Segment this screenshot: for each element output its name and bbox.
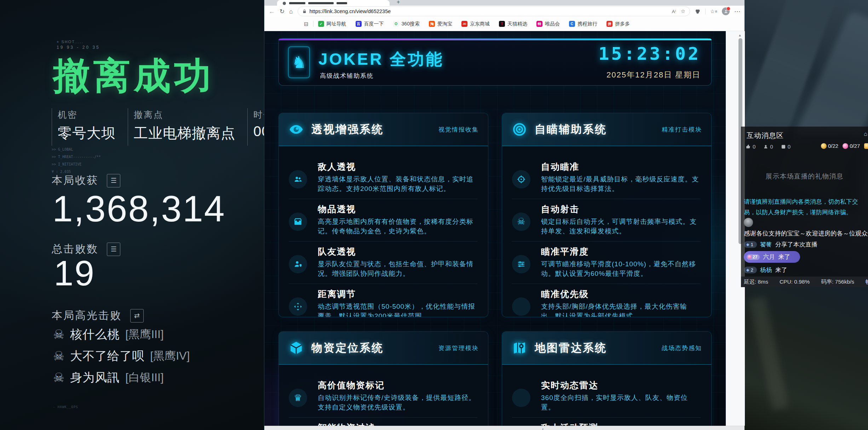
bookmarks-divider bbox=[313, 21, 314, 27]
chat-text: 来了 bbox=[775, 266, 787, 274]
scroll-up-icon[interactable]: ▲ bbox=[738, 33, 742, 37]
feature-desc: 动态调节透视范围（50-500米），优化性能与情报覆盖。默认设置为200米最佳范… bbox=[318, 302, 477, 317]
home-button[interactable]: ⌂ bbox=[289, 8, 293, 14]
circle-icon bbox=[512, 389, 530, 407]
swap-icon: ⇄ bbox=[134, 312, 140, 320]
feature-title: 自动瞄准 bbox=[541, 161, 701, 173]
reload-button[interactable]: ↻ bbox=[280, 8, 284, 14]
bookmark-item[interactable]: 淘爱淘宝 bbox=[429, 21, 452, 27]
feature-desc: 360度全向扫描，实时显示敌人、队友、物资位置。 bbox=[541, 393, 701, 412]
stream-status-bar: 延迟: 8ms CPU: 0.98% 码率: 756kb/s 帧率: 60 推流… bbox=[741, 277, 868, 287]
card-header: 透视增强系统 视觉情报收集 bbox=[279, 113, 488, 146]
anti-scam-notice: 请谨慎辨别直播间内各类消息，切勿私下交易，以防人身财产损失，谨防网络诈骗。 bbox=[744, 197, 867, 218]
music-note-icon: ♪ bbox=[542, 427, 544, 430]
back-button[interactable]: ← bbox=[269, 8, 275, 14]
like-counter: 0 bbox=[746, 144, 755, 150]
favorites-list-icon[interactable]: ☆≡ bbox=[710, 8, 717, 14]
panel-home-icon[interactable]: ⌂ bbox=[864, 131, 867, 137]
card-title: 透视增强系统 bbox=[311, 122, 384, 137]
bookmark-favicon: ✓ bbox=[318, 21, 324, 27]
feature-title: 敌人透视 bbox=[318, 161, 477, 173]
profile-avatar[interactable] bbox=[722, 7, 730, 15]
knight-logo-icon: ♞ bbox=[288, 46, 310, 78]
bookmark-item[interactable]: 拼拼多多 bbox=[607, 21, 630, 27]
info-label: 机密 bbox=[58, 109, 116, 121]
entry-notification-pill: 27 六月 来了 bbox=[744, 251, 800, 263]
bookmark-item[interactable]: C携程旅行 bbox=[569, 21, 597, 27]
card-tag: 资源管理模块 bbox=[438, 344, 479, 352]
new-tab-button[interactable]: + bbox=[397, 0, 400, 5]
level-badge: ◆2 bbox=[744, 267, 757, 273]
bookmark-favicon: 百 bbox=[356, 21, 362, 27]
feature-row: ♛ 高价值物资标记 自动识别并标记传奇/史诗级装备，提供最短路径。支持自定义物资… bbox=[289, 375, 477, 418]
stream-chat-panel: 互动消息区 ⌂ 0 0 0 0/22 0/27 0/ 展示本场直播的礼物消息 请… bbox=[741, 127, 868, 287]
panel-counters: 0 0 0 bbox=[746, 144, 791, 150]
feature-title: 敌人活动预测 bbox=[541, 422, 701, 426]
bookmarks-bar: ⊟ ✓网址导航 百百度一下 O360搜索 淘爱淘宝 JD京东商城 T天猫精选 特… bbox=[264, 17, 745, 31]
info-value: 零号大坝 bbox=[58, 123, 116, 143]
grid-icon bbox=[781, 144, 786, 149]
loot-label: 本局收获 bbox=[52, 173, 98, 188]
chat-username: 杨杨 bbox=[760, 266, 772, 274]
kills-value: 19 bbox=[54, 255, 95, 291]
favorite-star-icon[interactable]: ☆ bbox=[681, 8, 685, 14]
bookmark-item[interactable]: 特唯品会 bbox=[536, 21, 560, 27]
browser-tab[interactable] bbox=[277, 0, 390, 6]
target-icon bbox=[511, 121, 528, 138]
gift-counter: 0/ bbox=[864, 143, 868, 149]
list-item: ☠ 核什么桃 [黑鹰III] bbox=[53, 327, 190, 342]
menu-dots-icon[interactable]: ⋯ bbox=[734, 8, 740, 14]
crosshair-icon bbox=[512, 170, 530, 188]
bookmark-item[interactable]: 百百度一下 bbox=[356, 21, 384, 27]
grid-counter: 0 bbox=[781, 144, 791, 150]
skull-icon: ☠ bbox=[53, 350, 64, 362]
gift-placeholder-text: 展示本场直播的礼物消息 bbox=[741, 172, 868, 181]
date-text: 2025年12月28日 星期日 bbox=[607, 70, 701, 80]
feature-row: 敌人透视 穿透墙体显示敌人位置、装备和状态信息，实时追踪动态。支持200米范围内… bbox=[289, 157, 477, 199]
feature-row: ☠ 自动射击 锁定目标后自动开火，可调节射击频率与模式。支持单发、连发和爆发模式… bbox=[512, 199, 701, 242]
bookmark-item[interactable]: ✓网址导航 bbox=[318, 21, 346, 27]
latency-stat: 延迟: 8ms bbox=[744, 278, 768, 286]
range-arrows-icon bbox=[289, 297, 307, 316]
tab-strip: + bbox=[264, 0, 745, 6]
loot-list-button[interactable]: ☰ bbox=[107, 174, 120, 187]
deco-console: >> G_LOBAL >> T_HREAT----------/** >> I_… bbox=[52, 146, 100, 168]
brand-title: JOKER 全功能 bbox=[318, 48, 444, 70]
list-item: ☠ 身为风訊 [白银III] bbox=[53, 370, 190, 385]
feature-card-loot: 物资定位系统 资源管理模块 ♛ 高价值物资标记 自动识别并标记传奇/史诗级装备，… bbox=[278, 331, 488, 426]
extensions-icon[interactable] bbox=[695, 8, 701, 14]
eye-icon bbox=[288, 121, 304, 138]
highlight-kill-list: ☠ 核什么桃 [黑鹰III] ☠ 大不了给了呗 [黑鹰IV] ☠ 身为风訊 [白… bbox=[53, 327, 190, 391]
sidebar-toggle-icon[interactable]: ⊟ bbox=[304, 21, 309, 27]
feature-desc: 可调节瞄准移动平滑度(10-100%)，避免不自然移动。默认设置为60%最佳平滑… bbox=[541, 260, 701, 279]
info-label: 撤离点 bbox=[134, 109, 235, 121]
chat-text: 来了 bbox=[778, 253, 790, 261]
feature-desc: 锁定目标后自动开火，可调节射击频率与模式。支持单发、连发和爆发模式。 bbox=[541, 217, 701, 236]
kills-list-button[interactable]: ☰ bbox=[107, 243, 120, 256]
card-tag: 精准打击模块 bbox=[662, 126, 702, 134]
bookmark-item[interactable]: JD京东商城 bbox=[461, 21, 490, 27]
crate-icon bbox=[289, 213, 307, 231]
card-header: 自瞄辅助系统 精准打击模块 bbox=[502, 113, 711, 146]
bookmark-item[interactable]: T天猫精选 bbox=[499, 21, 527, 27]
toolbar-divider bbox=[705, 8, 706, 14]
feature-title: 瞄准平滑度 bbox=[541, 246, 701, 257]
read-aloud-icon[interactable]: A⁾ bbox=[672, 9, 676, 14]
feature-title: 瞄准优先级 bbox=[541, 288, 701, 300]
tab-title-clipped bbox=[289, 2, 305, 4]
loot-section-header: 本局收获 ☰ bbox=[52, 173, 120, 188]
page-header-card: ♞ JOKER 全功能 高级战术辅助系统 15:23:02 2025年12月28… bbox=[278, 38, 712, 86]
fan-badge: 27 bbox=[747, 254, 760, 260]
highlight-swap-button[interactable]: ⇄ bbox=[130, 309, 144, 322]
feature-row: 敌人活动预测 基于AI算法预测敌人移动路线与可能伏击点。学习敌人行为模 bbox=[512, 418, 701, 426]
bookmark-item[interactable]: O360搜索 bbox=[393, 21, 420, 27]
info-map: 机密 零号大坝 bbox=[52, 108, 128, 146]
address-bar[interactable]: https://link.3ceng.cn/view/d652235e A⁾ ☆ bbox=[298, 6, 690, 16]
kill-rank: [白银III] bbox=[125, 370, 163, 385]
feature-row: 自动瞄准 智能锁定最近/最具威胁目标，毫秒级反应速度。支持优先级目标选择算法。 bbox=[512, 157, 701, 199]
map-icon bbox=[511, 340, 528, 356]
notification-dot bbox=[726, 7, 730, 11]
feature-card-aim: 自瞄辅助系统 精准打击模块 自动瞄准 智能锁定最近/最具威胁目标，毫秒级反应速 bbox=[502, 113, 712, 317]
bookmark-favicon: C bbox=[569, 21, 575, 27]
feature-desc: 高亮显示地图内所有有价值物资，按稀有度分类标记。传奇物品为金色，史诗为紫色。 bbox=[318, 217, 477, 236]
